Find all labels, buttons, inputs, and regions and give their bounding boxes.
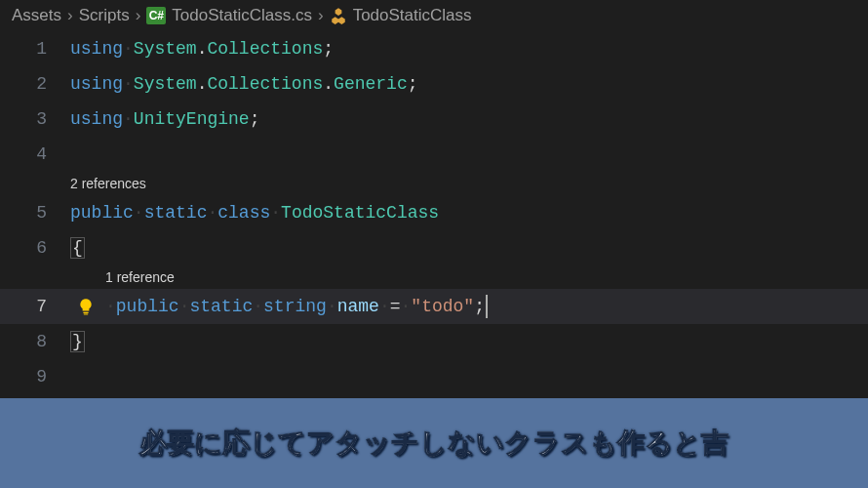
code-line[interactable]: 1 using·System.Collections; xyxy=(0,31,868,66)
breadcrumb[interactable]: Assets › Scripts › C# TodoStaticClass.cs… xyxy=(0,0,868,31)
class-symbol-icon xyxy=(330,7,347,24)
line-number: 1 xyxy=(0,39,70,59)
svg-rect-0 xyxy=(83,312,89,313)
line-number: 8 xyxy=(0,332,70,351)
code-content: using·UnityEngine; xyxy=(70,109,259,129)
line-number: 7 xyxy=(0,297,70,316)
code-line[interactable]: 3 using·UnityEngine; xyxy=(0,102,868,137)
line-number: 5 xyxy=(0,203,70,223)
codelens[interactable]: 1 reference xyxy=(0,265,868,289)
code-content: using·System.Collections.Generic; xyxy=(70,74,418,94)
code-content: } xyxy=(70,331,85,352)
caption-text: 必要に応じてアタッチしないクラスも作ると吉 xyxy=(139,425,729,462)
code-line[interactable]: 6 { xyxy=(0,230,868,265)
chevron-right-icon: › xyxy=(136,6,141,25)
code-line[interactable]: 9 xyxy=(0,359,868,394)
line-number: 6 xyxy=(0,238,70,258)
code-editor[interactable]: 1 using·System.Collections; 2 using·Syst… xyxy=(0,31,868,394)
codelens[interactable]: 2 references xyxy=(0,172,868,195)
code-content: ·public·static·string·name·=·"todo"; xyxy=(70,295,488,318)
chevron-right-icon: › xyxy=(67,6,73,25)
chevron-right-icon: › xyxy=(318,6,324,25)
lightbulb-icon[interactable] xyxy=(76,297,96,316)
codelens-text[interactable]: 2 references xyxy=(70,176,146,191)
breadcrumb-seg-file[interactable]: TodoStaticClass.cs xyxy=(172,6,312,25)
breadcrumb-seg-symbol[interactable]: TodoStaticClass xyxy=(353,6,472,25)
csharp-file-icon: C# xyxy=(146,7,166,24)
code-line-active[interactable]: 7 ·public·static·string·name·=·"todo"; xyxy=(0,289,868,324)
code-line[interactable]: 5 public·static·class·TodoStaticClass xyxy=(0,195,868,230)
code-content: public·static·class·TodoStaticClass xyxy=(70,203,439,223)
line-number: 2 xyxy=(0,74,70,94)
codelens-text[interactable]: 1 reference xyxy=(70,269,175,285)
line-number: 4 xyxy=(0,144,70,164)
line-number: 9 xyxy=(0,367,70,386)
code-line[interactable]: 8 } xyxy=(0,324,868,359)
code-content: { xyxy=(70,237,85,259)
code-content: using·System.Collections; xyxy=(70,39,334,59)
breadcrumb-seg-assets[interactable]: Assets xyxy=(12,6,61,25)
code-line[interactable]: 2 using·System.Collections.Generic; xyxy=(0,66,868,102)
caption-banner: 必要に応じてアタッチしないクラスも作ると吉 xyxy=(0,398,868,488)
code-line[interactable]: 4 xyxy=(0,137,868,172)
text-cursor xyxy=(486,295,488,318)
breadcrumb-seg-scripts[interactable]: Scripts xyxy=(79,6,130,25)
svg-rect-1 xyxy=(84,313,89,314)
line-number: 3 xyxy=(0,109,70,129)
